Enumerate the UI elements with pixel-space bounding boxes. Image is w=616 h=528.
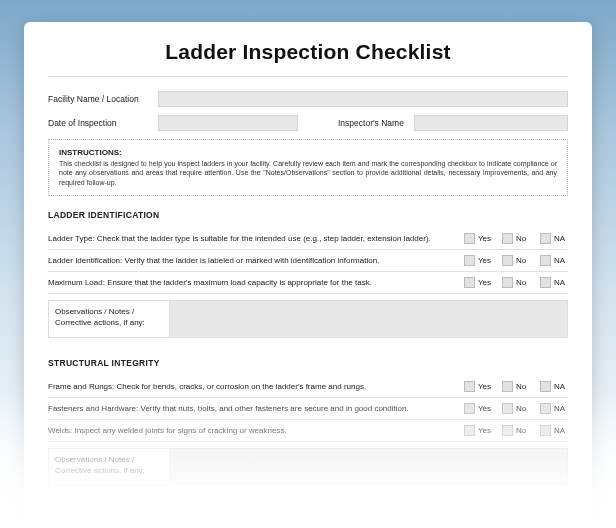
checkbox-na[interactable] (540, 425, 551, 436)
facility-input[interactable] (158, 91, 568, 107)
check-row: Fasteners and Hardware: Verify that nuts… (48, 398, 568, 420)
option-group: Yes No NA (464, 233, 568, 244)
date-label: Date of Inspection (48, 118, 148, 128)
check-row: Frame and Rungs: Check for bends, cracks… (48, 376, 568, 398)
inspector-input[interactable] (414, 115, 568, 131)
opt-na-label: NA (554, 256, 568, 265)
notes-label: Observations / Notes / Corrective action… (49, 449, 159, 485)
instructions-heading: INSTRUCTIONS: (59, 148, 557, 157)
opt-no-label: No (516, 426, 530, 435)
checkbox-no[interactable] (502, 403, 513, 414)
section-title: STRUCTURAL INTEGRITY (48, 358, 568, 368)
check-row: Maximum Load: Ensure that the ladder's m… (48, 272, 568, 294)
inspector-label: Inspector's Name (338, 118, 404, 128)
opt-na-label: NA (554, 234, 568, 243)
checkbox-no[interactable] (502, 425, 513, 436)
instructions-body: This checklist is designed to help you i… (59, 159, 557, 187)
option-group: Yes No NA (464, 255, 568, 266)
opt-na-label: NA (554, 278, 568, 287)
checkbox-yes[interactable] (464, 381, 475, 392)
checkbox-na[interactable] (540, 277, 551, 288)
checkbox-no[interactable] (502, 255, 513, 266)
checkbox-yes[interactable] (464, 277, 475, 288)
opt-no-label: No (516, 278, 530, 287)
date-inspector-row: Date of Inspection Inspector's Name (48, 115, 568, 131)
opt-yes-label: Yes (478, 382, 492, 391)
checkbox-yes[interactable] (464, 233, 475, 244)
check-text: Ladder Identification: Verify that the l… (48, 256, 456, 266)
facility-label: Facility Name / Location (48, 94, 148, 104)
document-sheet: Ladder Inspection Checklist Facility Nam… (24, 22, 592, 528)
opt-yes-label: Yes (478, 234, 492, 243)
notes-row: Observations / Notes / Corrective action… (48, 448, 568, 486)
notes-label: Observations / Notes / Corrective action… (49, 301, 159, 337)
opt-yes-label: Yes (478, 404, 492, 413)
notes-input[interactable] (169, 301, 567, 337)
facility-row: Facility Name / Location (48, 91, 568, 107)
section-title: LADDER IDENTIFICATION (48, 210, 568, 220)
checkbox-na[interactable] (540, 255, 551, 266)
checkbox-no[interactable] (502, 277, 513, 288)
opt-no-label: No (516, 234, 530, 243)
check-row: Welds: Inspect any welded joints for sig… (48, 420, 568, 442)
divider (48, 76, 568, 77)
opt-no-label: No (516, 256, 530, 265)
option-group: Yes No NA (464, 425, 568, 436)
opt-no-label: No (516, 382, 530, 391)
instructions-box: INSTRUCTIONS: This checklist is designed… (48, 139, 568, 196)
option-group: Yes No NA (464, 381, 568, 392)
check-text: Ladder Type: Check that the ladder type … (48, 234, 456, 244)
opt-yes-label: Yes (478, 426, 492, 435)
check-text: Fasteners and Hardware: Verify that nuts… (48, 404, 456, 414)
checkbox-yes[interactable] (464, 425, 475, 436)
opt-na-label: NA (554, 426, 568, 435)
check-row: Ladder Identification: Verify that the l… (48, 250, 568, 272)
notes-row: Observations / Notes / Corrective action… (48, 300, 568, 338)
page-title: Ladder Inspection Checklist (48, 40, 568, 64)
opt-na-label: NA (554, 404, 568, 413)
notes-input[interactable] (169, 449, 567, 485)
check-text: Welds: Inspect any welded joints for sig… (48, 426, 456, 436)
opt-na-label: NA (554, 382, 568, 391)
check-row: Ladder Type: Check that the ladder type … (48, 228, 568, 250)
checkbox-na[interactable] (540, 381, 551, 392)
date-input[interactable] (158, 115, 298, 131)
option-group: Yes No NA (464, 277, 568, 288)
opt-yes-label: Yes (478, 256, 492, 265)
check-text: Maximum Load: Ensure that the ladder's m… (48, 278, 456, 288)
checkbox-yes[interactable] (464, 255, 475, 266)
checkbox-no[interactable] (502, 381, 513, 392)
checkbox-no[interactable] (502, 233, 513, 244)
checkbox-na[interactable] (540, 403, 551, 414)
option-group: Yes No NA (464, 403, 568, 414)
opt-no-label: No (516, 404, 530, 413)
checkbox-yes[interactable] (464, 403, 475, 414)
checkbox-na[interactable] (540, 233, 551, 244)
check-text: Frame and Rungs: Check for bends, cracks… (48, 382, 456, 392)
opt-yes-label: Yes (478, 278, 492, 287)
